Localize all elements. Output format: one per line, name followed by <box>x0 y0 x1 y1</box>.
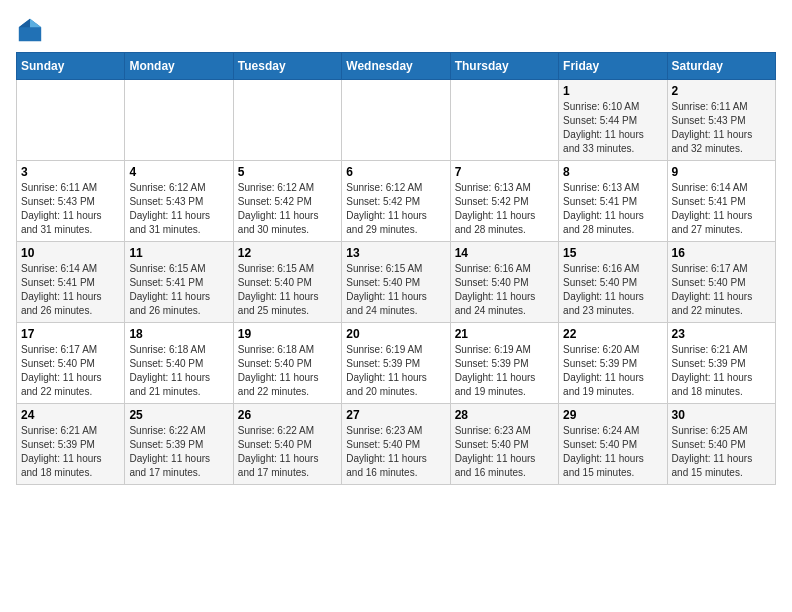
day-number: 19 <box>238 327 337 341</box>
day-number: 21 <box>455 327 554 341</box>
calendar-cell: 12Sunrise: 6:15 AM Sunset: 5:40 PM Dayli… <box>233 242 341 323</box>
day-info: Sunrise: 6:17 AM Sunset: 5:40 PM Dayligh… <box>672 262 771 318</box>
day-number: 30 <box>672 408 771 422</box>
day-number: 5 <box>238 165 337 179</box>
calendar-cell: 19Sunrise: 6:18 AM Sunset: 5:40 PM Dayli… <box>233 323 341 404</box>
calendar-cell: 18Sunrise: 6:18 AM Sunset: 5:40 PM Dayli… <box>125 323 233 404</box>
logo-icon <box>16 16 44 44</box>
day-info: Sunrise: 6:11 AM Sunset: 5:43 PM Dayligh… <box>672 100 771 156</box>
calendar-cell: 28Sunrise: 6:23 AM Sunset: 5:40 PM Dayli… <box>450 404 558 485</box>
day-of-week-header: Tuesday <box>233 53 341 80</box>
calendar-week-row: 1Sunrise: 6:10 AM Sunset: 5:44 PM Daylig… <box>17 80 776 161</box>
calendar-cell: 24Sunrise: 6:21 AM Sunset: 5:39 PM Dayli… <box>17 404 125 485</box>
day-info: Sunrise: 6:16 AM Sunset: 5:40 PM Dayligh… <box>455 262 554 318</box>
calendar-cell <box>342 80 450 161</box>
day-of-week-header: Friday <box>559 53 667 80</box>
day-number: 28 <box>455 408 554 422</box>
calendar-cell <box>450 80 558 161</box>
calendar-cell: 9Sunrise: 6:14 AM Sunset: 5:41 PM Daylig… <box>667 161 775 242</box>
day-info: Sunrise: 6:16 AM Sunset: 5:40 PM Dayligh… <box>563 262 662 318</box>
logo <box>16 16 48 44</box>
day-number: 15 <box>563 246 662 260</box>
day-info: Sunrise: 6:18 AM Sunset: 5:40 PM Dayligh… <box>238 343 337 399</box>
calendar-cell: 30Sunrise: 6:25 AM Sunset: 5:40 PM Dayli… <box>667 404 775 485</box>
day-number: 29 <box>563 408 662 422</box>
day-number: 13 <box>346 246 445 260</box>
calendar-cell: 26Sunrise: 6:22 AM Sunset: 5:40 PM Dayli… <box>233 404 341 485</box>
day-of-week-header: Wednesday <box>342 53 450 80</box>
calendar-week-row: 3Sunrise: 6:11 AM Sunset: 5:43 PM Daylig… <box>17 161 776 242</box>
calendar-cell: 6Sunrise: 6:12 AM Sunset: 5:42 PM Daylig… <box>342 161 450 242</box>
day-number: 2 <box>672 84 771 98</box>
calendar-table: SundayMondayTuesdayWednesdayThursdayFrid… <box>16 52 776 485</box>
day-info: Sunrise: 6:12 AM Sunset: 5:43 PM Dayligh… <box>129 181 228 237</box>
day-number: 25 <box>129 408 228 422</box>
calendar-cell: 14Sunrise: 6:16 AM Sunset: 5:40 PM Dayli… <box>450 242 558 323</box>
day-number: 24 <box>21 408 120 422</box>
day-number: 1 <box>563 84 662 98</box>
day-info: Sunrise: 6:13 AM Sunset: 5:42 PM Dayligh… <box>455 181 554 237</box>
calendar-cell <box>125 80 233 161</box>
day-number: 18 <box>129 327 228 341</box>
day-of-week-header: Saturday <box>667 53 775 80</box>
day-info: Sunrise: 6:12 AM Sunset: 5:42 PM Dayligh… <box>238 181 337 237</box>
svg-marker-1 <box>30 19 41 27</box>
calendar-cell: 15Sunrise: 6:16 AM Sunset: 5:40 PM Dayli… <box>559 242 667 323</box>
calendar-cell: 27Sunrise: 6:23 AM Sunset: 5:40 PM Dayli… <box>342 404 450 485</box>
day-info: Sunrise: 6:13 AM Sunset: 5:41 PM Dayligh… <box>563 181 662 237</box>
day-info: Sunrise: 6:11 AM Sunset: 5:43 PM Dayligh… <box>21 181 120 237</box>
page-header <box>16 16 776 44</box>
day-number: 9 <box>672 165 771 179</box>
day-info: Sunrise: 6:12 AM Sunset: 5:42 PM Dayligh… <box>346 181 445 237</box>
calendar-cell: 3Sunrise: 6:11 AM Sunset: 5:43 PM Daylig… <box>17 161 125 242</box>
day-info: Sunrise: 6:23 AM Sunset: 5:40 PM Dayligh… <box>455 424 554 480</box>
day-number: 26 <box>238 408 337 422</box>
day-of-week-header: Thursday <box>450 53 558 80</box>
calendar-cell: 1Sunrise: 6:10 AM Sunset: 5:44 PM Daylig… <box>559 80 667 161</box>
day-info: Sunrise: 6:18 AM Sunset: 5:40 PM Dayligh… <box>129 343 228 399</box>
calendar-cell: 4Sunrise: 6:12 AM Sunset: 5:43 PM Daylig… <box>125 161 233 242</box>
calendar-cell: 25Sunrise: 6:22 AM Sunset: 5:39 PM Dayli… <box>125 404 233 485</box>
day-number: 14 <box>455 246 554 260</box>
day-info: Sunrise: 6:20 AM Sunset: 5:39 PM Dayligh… <box>563 343 662 399</box>
calendar-cell: 11Sunrise: 6:15 AM Sunset: 5:41 PM Dayli… <box>125 242 233 323</box>
day-number: 8 <box>563 165 662 179</box>
day-info: Sunrise: 6:23 AM Sunset: 5:40 PM Dayligh… <box>346 424 445 480</box>
day-of-week-header: Monday <box>125 53 233 80</box>
calendar-header-row: SundayMondayTuesdayWednesdayThursdayFrid… <box>17 53 776 80</box>
day-info: Sunrise: 6:24 AM Sunset: 5:40 PM Dayligh… <box>563 424 662 480</box>
day-number: 16 <box>672 246 771 260</box>
calendar-cell <box>233 80 341 161</box>
day-info: Sunrise: 6:22 AM Sunset: 5:40 PM Dayligh… <box>238 424 337 480</box>
day-info: Sunrise: 6:14 AM Sunset: 5:41 PM Dayligh… <box>672 181 771 237</box>
day-number: 22 <box>563 327 662 341</box>
calendar-cell: 2Sunrise: 6:11 AM Sunset: 5:43 PM Daylig… <box>667 80 775 161</box>
calendar-cell: 21Sunrise: 6:19 AM Sunset: 5:39 PM Dayli… <box>450 323 558 404</box>
day-number: 20 <box>346 327 445 341</box>
calendar-cell: 23Sunrise: 6:21 AM Sunset: 5:39 PM Dayli… <box>667 323 775 404</box>
day-number: 6 <box>346 165 445 179</box>
calendar-cell: 29Sunrise: 6:24 AM Sunset: 5:40 PM Dayli… <box>559 404 667 485</box>
calendar-cell: 10Sunrise: 6:14 AM Sunset: 5:41 PM Dayli… <box>17 242 125 323</box>
calendar-cell: 5Sunrise: 6:12 AM Sunset: 5:42 PM Daylig… <box>233 161 341 242</box>
day-number: 3 <box>21 165 120 179</box>
day-number: 4 <box>129 165 228 179</box>
day-info: Sunrise: 6:15 AM Sunset: 5:41 PM Dayligh… <box>129 262 228 318</box>
day-number: 23 <box>672 327 771 341</box>
day-of-week-header: Sunday <box>17 53 125 80</box>
day-info: Sunrise: 6:25 AM Sunset: 5:40 PM Dayligh… <box>672 424 771 480</box>
day-number: 27 <box>346 408 445 422</box>
calendar-week-row: 17Sunrise: 6:17 AM Sunset: 5:40 PM Dayli… <box>17 323 776 404</box>
day-info: Sunrise: 6:21 AM Sunset: 5:39 PM Dayligh… <box>21 424 120 480</box>
day-info: Sunrise: 6:15 AM Sunset: 5:40 PM Dayligh… <box>238 262 337 318</box>
calendar-cell: 13Sunrise: 6:15 AM Sunset: 5:40 PM Dayli… <box>342 242 450 323</box>
calendar-cell: 17Sunrise: 6:17 AM Sunset: 5:40 PM Dayli… <box>17 323 125 404</box>
day-info: Sunrise: 6:17 AM Sunset: 5:40 PM Dayligh… <box>21 343 120 399</box>
day-info: Sunrise: 6:15 AM Sunset: 5:40 PM Dayligh… <box>346 262 445 318</box>
day-number: 11 <box>129 246 228 260</box>
day-number: 17 <box>21 327 120 341</box>
day-info: Sunrise: 6:19 AM Sunset: 5:39 PM Dayligh… <box>346 343 445 399</box>
day-info: Sunrise: 6:21 AM Sunset: 5:39 PM Dayligh… <box>672 343 771 399</box>
calendar-cell: 20Sunrise: 6:19 AM Sunset: 5:39 PM Dayli… <box>342 323 450 404</box>
day-info: Sunrise: 6:14 AM Sunset: 5:41 PM Dayligh… <box>21 262 120 318</box>
